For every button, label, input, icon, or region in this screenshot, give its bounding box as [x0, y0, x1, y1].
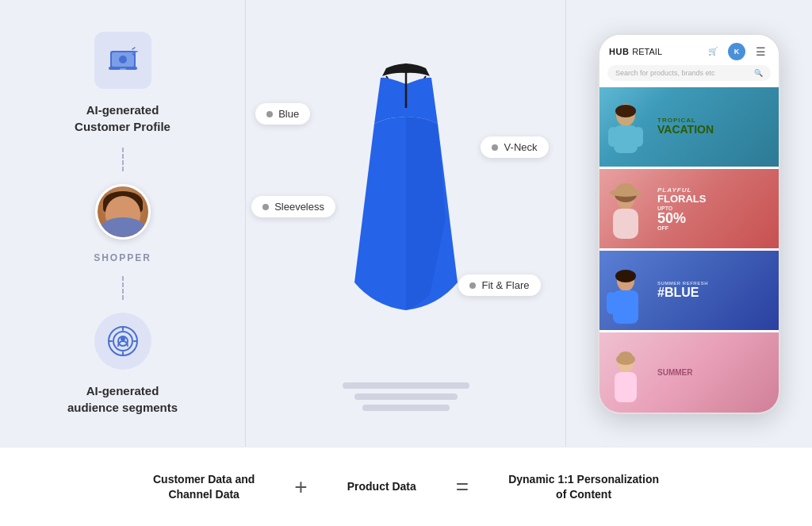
tag-blue: Blue: [255, 103, 311, 125]
banner-blue: SUMMER REFRESH #BLUE: [599, 251, 779, 330]
banner-2-text: Playful FLORALS UPTO 50% OFF: [651, 169, 779, 248]
dress-placeholder-lines: [343, 382, 469, 411]
ai-segments-title: AI-generated audience segments: [67, 382, 178, 416]
phone-header: HUB RETAIL 🛒 K ☰: [599, 35, 779, 65]
ai-profile-title: AI-generated Customer Profile: [75, 102, 170, 135]
placeholder-line-3: [362, 405, 450, 411]
ai-profile-icon-box: [94, 32, 151, 89]
bottom-section: Customer Data and Channel Data + Product…: [0, 447, 812, 526]
svg-point-2: [119, 56, 127, 63]
menu-icon: ☰: [752, 43, 769, 60]
banner-1-image: [599, 87, 651, 167]
banner-2-bignum: 50%: [657, 211, 772, 225]
shopper-avatar-inner: [98, 186, 148, 237]
user-icon: K: [728, 43, 745, 60]
svg-point-30: [619, 351, 633, 361]
banner-2-off: OFF: [657, 225, 772, 231]
search-icon: 🔍: [754, 69, 763, 77]
banner-3-title: #BLUE: [657, 286, 772, 300]
bottom-label-3: Dynamic 1:1 Personalization of Content: [508, 472, 659, 501]
shopper-label: SHOPPER: [94, 252, 151, 263]
svg-rect-19: [613, 209, 638, 239]
svg-rect-4: [120, 68, 126, 70]
person-4-svg: [602, 341, 649, 413]
bottom-item-1: Customer Data and Channel Data: [129, 472, 278, 501]
phone-logo: HUB RETAIL: [609, 47, 662, 56]
person-1-svg: [602, 95, 649, 167]
banner-4-text: SUMMER: [651, 332, 779, 412]
main-wrapper: AI-generated Customer Profile SHOPPER: [0, 0, 812, 526]
svg-rect-28: [615, 372, 637, 402]
banner-1-title: VACATION: [657, 124, 772, 136]
left-panel: AI-generated Customer Profile SHOPPER: [0, 0, 246, 447]
hub-text: HUB: [609, 47, 629, 56]
svg-rect-24: [613, 290, 638, 324]
ai-profile-icon: [107, 44, 139, 76]
dashed-line-bottom: [122, 276, 124, 300]
svg-rect-15: [608, 127, 618, 147]
banner-4-image: [599, 332, 651, 412]
banner-4-label: SUMMER: [657, 368, 692, 377]
svg-rect-16: [634, 127, 643, 147]
bottom-separator-2: =: [440, 476, 485, 498]
banner-summer: SUMMER: [599, 332, 779, 412]
tag-dot: [266, 111, 273, 117]
audience-icon-box: [94, 313, 151, 370]
tag-dot: [492, 144, 498, 151]
cart-icon: 🛒: [704, 43, 722, 60]
phone-search: Search for products, brands etc 🔍: [607, 65, 771, 81]
bottom-item-3: Dynamic 1:1 Personalization of Content: [485, 472, 683, 501]
svg-point-22: [616, 183, 635, 196]
banner-tropical: TROPICAL VACATION: [599, 87, 779, 167]
tag-dot: [469, 282, 476, 289]
person-3-svg: [602, 259, 649, 330]
dashed-line-top: [122, 148, 124, 171]
banner-florals: Playful FLORALS UPTO 50% OFF: [599, 169, 779, 248]
banner-3-image: [599, 251, 651, 330]
bottom-label-2: Product Data: [347, 479, 416, 493]
tag-vneck: V-Neck: [481, 136, 549, 158]
audience-icon: [105, 324, 140, 359]
top-section: AI-generated Customer Profile SHOPPER: [0, 0, 812, 447]
dress-svg: [327, 60, 485, 346]
middle-panel: Blue V-Neck Sleeveless Fit & Flare: [246, 0, 566, 447]
banner-2-title: FLORALS: [657, 194, 772, 205]
search-placeholder: Search for products, brands etc: [615, 69, 715, 77]
bottom-separator-1: +: [278, 476, 323, 498]
right-panel: HUB RETAIL 🛒 K ☰ Search for products, br…: [566, 0, 812, 447]
tag-fitflare: Fit & Flare: [458, 275, 541, 296]
svg-point-26: [615, 270, 636, 282]
tag-sleeveless: Sleeveless: [251, 196, 336, 217]
shopper-avatar: [95, 184, 151, 240]
svg-rect-25: [607, 292, 616, 314]
dress-container: Blue V-Neck Sleeveless Fit & Flare: [295, 36, 517, 370]
banner-2-image: [599, 169, 651, 248]
bottom-label-1: Customer Data and Channel Data: [153, 472, 255, 501]
svg-point-17: [615, 105, 636, 117]
placeholder-line-1: [343, 382, 469, 389]
tag-dot: [262, 204, 269, 210]
phone-mockup: HUB RETAIL 🛒 K ☰ Search for products, br…: [598, 33, 780, 414]
svg-line-5: [132, 48, 135, 49]
placeholder-line-2: [354, 394, 458, 400]
bottom-item-2: Product Data: [324, 479, 440, 493]
banner-1-text: TROPICAL VACATION: [651, 87, 779, 167]
phone-banners: TROPICAL VACATION: [599, 87, 779, 413]
body: [101, 217, 144, 237]
phone-icons: 🛒 K ☰: [704, 43, 769, 60]
person-2-svg: [602, 177, 649, 248]
retail-text: RETAIL: [632, 47, 662, 56]
banner-3-text: SUMMER REFRESH #BLUE: [651, 251, 779, 330]
